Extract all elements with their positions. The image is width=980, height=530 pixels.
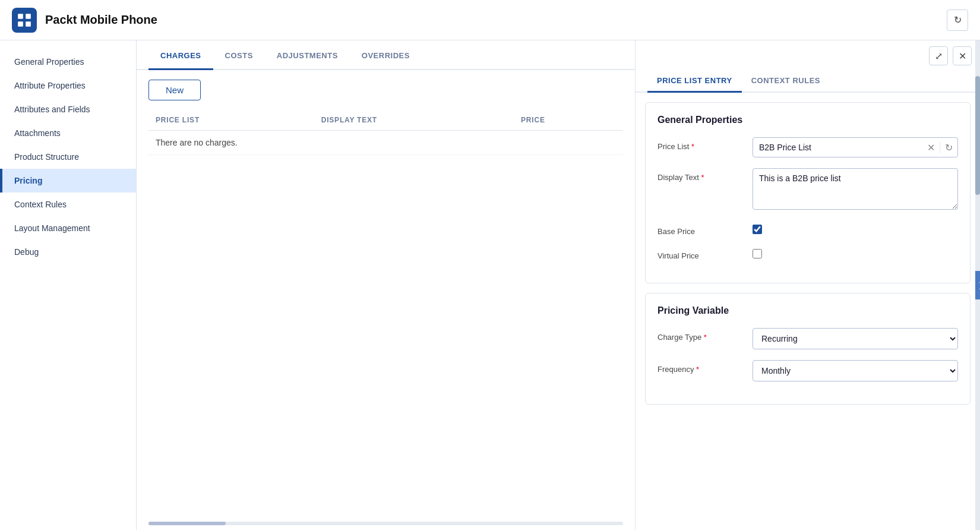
tab-charges[interactable]: CHARGES [148,40,213,70]
price-list-control: ✕ ↻ [753,137,958,157]
header-refresh-button[interactable]: ↻ [947,10,968,31]
price-list-clear-button[interactable]: ✕ [922,142,940,153]
no-charges-message: There are no charges. [148,131,623,155]
right-tabs-bar: PRICE LIST ENTRY CONTEXT RULES [636,68,980,93]
svg-rect-0 [18,14,23,19]
general-properties-section: General Properties Price List * ✕ ↻ [645,102,970,283]
right-panel-scrollbar-thumb [975,76,980,195]
base-price-control [753,222,958,234]
virtual-price-label: Virtual Price [657,247,753,260]
tab-overrides[interactable]: OVERRIDES [350,40,422,70]
app-logo-icon [12,8,37,33]
sidebar-item-attachments[interactable]: Attachments [0,121,136,145]
scrollbar-thumb [148,522,226,525]
charge-type-row: Charge Type * Recurring One-time Usage [657,328,958,349]
new-button[interactable]: New [148,80,201,100]
pricing-variable-section: Pricing Variable Charge Type * Recurring… [645,293,970,405]
frequency-row: Frequency * Monthly Annually Weekly [657,360,958,381]
base-price-row: Base Price [657,222,958,236]
header-actions: ↻ [947,10,968,31]
page-title: Packt Mobile Phone [45,13,157,27]
scrollbar-track [148,522,623,525]
main-toolbar: New [137,70,635,110]
charge-type-control: Recurring One-time Usage [753,328,958,349]
right-panel-content: General Properties Price List * ✕ ↻ [636,93,980,530]
content-area: CHARGES COSTS ADJUSTMENTS OVERRIDES New … [137,40,980,530]
svg-rect-2 [18,21,23,27]
tab-adjustments[interactable]: ADJUSTMENTS [265,40,350,70]
charge-type-label: Charge Type * [657,328,753,342]
expand-button[interactable]: ⤢ [929,46,948,65]
price-list-label: Price List * [657,137,753,151]
virtual-price-row: Virtual Price [657,247,958,260]
charges-table: PRICE LIST DISPLAY TEXT PRICE There are … [148,110,623,155]
sidebar-item-context-rules[interactable]: Context Rules [0,193,136,216]
main-layout: General Properties Attribute Properties … [0,40,980,530]
price-list-input-wrapper: ✕ ↻ [753,137,958,157]
display-text-label: Display Text * [657,168,753,182]
collapse-handle[interactable]: ❯ [975,271,980,299]
right-panel: ⤢ ✕ PRICE LIST ENTRY CONTEXT RULES Gener… [636,40,980,530]
frequency-select[interactable]: Monthly Annually Weekly [753,360,958,381]
tab-context-rules[interactable]: CONTEXT RULES [742,68,830,93]
frequency-control: Monthly Annually Weekly [753,360,958,381]
main-panel: CHARGES COSTS ADJUSTMENTS OVERRIDES New … [137,40,636,530]
charge-type-select[interactable]: Recurring One-time Usage [753,328,958,349]
display-text-control: This is a B2B price list [753,168,958,212]
col-price-list: PRICE LIST [148,110,314,131]
col-price: PRICE [514,110,623,131]
sidebar: General Properties Attribute Properties … [0,40,137,530]
base-price-checkbox[interactable] [753,225,762,234]
sidebar-item-pricing[interactable]: Pricing [0,169,136,193]
sidebar-item-product-structure[interactable]: Product Structure [0,145,136,169]
tab-costs[interactable]: COSTS [213,40,265,70]
svg-rect-1 [26,14,31,19]
col-display-text: DISPLAY TEXT [314,110,514,131]
sidebar-item-layout-management[interactable]: Layout Management [0,216,136,240]
horizontal-scrollbar[interactable] [137,519,635,530]
sidebar-item-attributes-and-fields[interactable]: Attributes and Fields [0,97,136,121]
frequency-label: Frequency * [657,360,753,374]
price-list-refresh-button[interactable]: ↻ [940,142,957,153]
right-panel-header: ⤢ ✕ [636,40,980,65]
svg-rect-3 [26,21,31,27]
pricing-variable-title: Pricing Variable [657,305,958,316]
display-text-row: Display Text * This is a B2B price list [657,168,958,212]
sidebar-item-general-properties[interactable]: General Properties [0,50,136,74]
sidebar-item-debug[interactable]: Debug [0,240,136,264]
charges-table-area: PRICE LIST DISPLAY TEXT PRICE There are … [137,110,635,519]
general-properties-title: General Properties [657,115,958,125]
base-price-label: Base Price [657,222,753,236]
close-button[interactable]: ✕ [953,46,972,65]
price-list-row: Price List * ✕ ↻ [657,137,958,157]
sidebar-item-attribute-properties[interactable]: Attribute Properties [0,74,136,97]
virtual-price-control [753,247,958,258]
main-tabs-bar: CHARGES COSTS ADJUSTMENTS OVERRIDES [137,40,635,70]
app-header: Packt Mobile Phone ↻ [0,0,980,40]
price-list-input[interactable] [753,138,922,157]
display-text-textarea[interactable]: This is a B2B price list [753,168,958,210]
tab-price-list-entry[interactable]: PRICE LIST ENTRY [647,68,742,93]
virtual-price-checkbox[interactable] [753,249,762,258]
